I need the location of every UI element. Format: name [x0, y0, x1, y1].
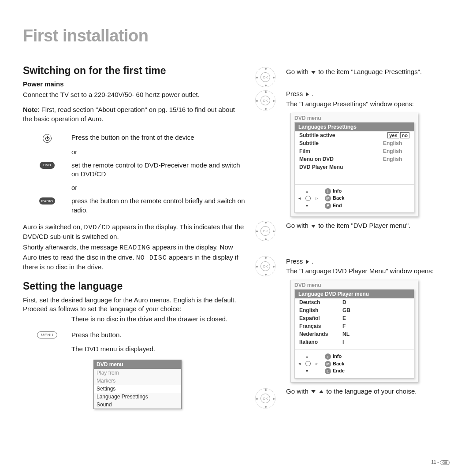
- ok-label: OK: [260, 261, 270, 271]
- page-title: First installation: [23, 26, 450, 45]
- up-arrow-icon: [319, 390, 324, 393]
- or-1: or: [71, 148, 245, 156]
- ok-label: OK: [260, 72, 270, 82]
- power-icon: ⏻: [43, 134, 52, 143]
- yes-box: yes: [387, 132, 399, 138]
- subsection-power: Power mains: [23, 80, 245, 88]
- osd-lang-option: ItalianoI: [295, 338, 414, 346]
- nav-ring-icon: OK: [255, 388, 275, 409]
- osd-lang-row: DVD Player Menu: [295, 163, 414, 171]
- osd-lang-row: FilmEnglish: [295, 147, 414, 155]
- lcd-dvd-cd: DVD/CD: [84, 224, 110, 231]
- menu-button-icon: MENU: [37, 331, 58, 338]
- p-lang-precond: There is no disc in the drive and the dr…: [71, 315, 245, 324]
- note-text: : First, read section "About operation" …: [23, 106, 235, 122]
- osd-legend: iInfo MBack EEnde: [325, 353, 345, 375]
- row-dvd-text: set the remote control to DVD-Preceiver …: [71, 161, 245, 179]
- step-langpre-opens: The "Language Presettings" window opens:: [286, 100, 436, 108]
- down-arrow-icon: [311, 71, 316, 74]
- osd-lang-row: Menu on DVDEnglish: [295, 155, 414, 163]
- osd-legend: iInfo MBack EEnd: [325, 187, 344, 209]
- nav-ring-icon: OK: [255, 67, 275, 87]
- note-label: Note: [23, 106, 37, 113]
- page-number: 11 -: [431, 460, 439, 465]
- osd-lang-presettings: DVD menu Languages Presettings Subtitle …: [290, 113, 418, 217]
- section-switching: Switching on for the first time: [23, 65, 245, 77]
- step-go-choose-lang: Go with to the language of your choise.: [286, 387, 436, 396]
- osd-lang-option: NederlandsNL: [295, 330, 414, 338]
- radio-pill-icon: RADIO: [39, 197, 56, 205]
- or-2: or: [71, 184, 245, 191]
- osd-lang-outer: DVD menu: [291, 113, 418, 122]
- ok-label: OK: [260, 96, 270, 105]
- osd-dvd-menu: DVD menu Play from Markers Settings Lang…: [93, 360, 182, 409]
- row-power-text: Press the button on the front of the dev…: [71, 133, 245, 142]
- page-footer: 11 - GB: [431, 460, 450, 465]
- osd-item-playfrom: Play from: [94, 369, 181, 377]
- nav-ring-icon: OK: [255, 90, 275, 111]
- osd-lang-option: EspañolE: [295, 314, 414, 322]
- section-language: Setting the language: [23, 280, 245, 292]
- nav-ring-icon: OK: [255, 256, 275, 276]
- nav-ring-icon: OK: [255, 221, 275, 241]
- osd-item-settings: Settings: [94, 385, 181, 393]
- step-press-right-2: Press .: [286, 257, 436, 266]
- osd-item-markers: Markers: [94, 377, 181, 385]
- step-go-playermenu: Go with to the item "DVD Player menu".: [286, 221, 436, 230]
- p-lang-intro: First, set the desired language for the …: [23, 296, 245, 314]
- osd-player-outer: DVD menu: [291, 280, 418, 289]
- osd-lang-row: Subtitle active yesno: [295, 131, 414, 139]
- osd-player-menu: DVD menu Language DVD Player menu Deutsc…: [290, 280, 418, 383]
- p-switched: Auro is switched on, DVD/CD appears in t…: [23, 223, 245, 242]
- left-column: Switching on for the first time Power ma…: [23, 65, 245, 409]
- down-arrow-icon: [311, 225, 316, 228]
- p-dvd-shown: The DVD menu is displayed.: [71, 345, 245, 353]
- ok-label: OK: [260, 394, 270, 403]
- no-box: no: [400, 132, 409, 138]
- right-column: Go with to the item "Language Presetting…: [286, 65, 436, 409]
- step-go-langpre: Go with to the item "Language Presetting…: [286, 67, 436, 76]
- osd-lang-option: DeutschD: [295, 298, 414, 306]
- icon-strip: OK OK OK OK OK: [245, 65, 286, 409]
- osd-player-title: Language DVD Player menu: [295, 290, 414, 298]
- navpad-icon: ▵▾◂▹: [299, 190, 317, 207]
- ok-label: OK: [260, 226, 270, 236]
- p-reading: Shortly afterwards, the message READING …: [23, 243, 245, 271]
- navpad-icon: ▵▾◂▹: [299, 355, 317, 372]
- osd-dvd-title: DVD menu: [94, 360, 181, 369]
- lcd-nodisc: NO DISC: [136, 254, 167, 262]
- osd-lang-row: SubtitleEnglish: [295, 139, 414, 147]
- note: Note: First, read section "About operati…: [23, 105, 245, 123]
- osd-item-langpre: Language Presettings: [94, 393, 181, 401]
- step-playermenu-opens: The "Language DVD Player Menu" window op…: [286, 267, 436, 275]
- osd-lang-title: Languages Presettings: [295, 123, 414, 131]
- right-arrow-icon: [306, 92, 309, 97]
- p-power: Connect the TV set to a 220-240V/50- 60 …: [23, 90, 245, 99]
- region-badge: GB: [440, 460, 450, 465]
- osd-lang-option: EnglishGB: [295, 306, 414, 314]
- step-press-right-1: Press .: [286, 89, 436, 98]
- p-switched-1: Auro is switched on,: [23, 223, 84, 231]
- osd-item-sound: Sound: [94, 401, 181, 409]
- osd-lang-option: FrançaisF: [295, 322, 414, 330]
- down-arrow-icon: [311, 390, 316, 393]
- dvd-pill-icon: DVD: [40, 162, 55, 169]
- p-read-1: Shortly afterwards, the message: [23, 243, 119, 251]
- right-arrow-icon: [306, 260, 309, 264]
- row-radio-text: press the button on the remote control b…: [71, 197, 245, 215]
- lcd-reading: READING: [119, 244, 150, 252]
- row-menu-text: Press the button.: [71, 331, 245, 339]
